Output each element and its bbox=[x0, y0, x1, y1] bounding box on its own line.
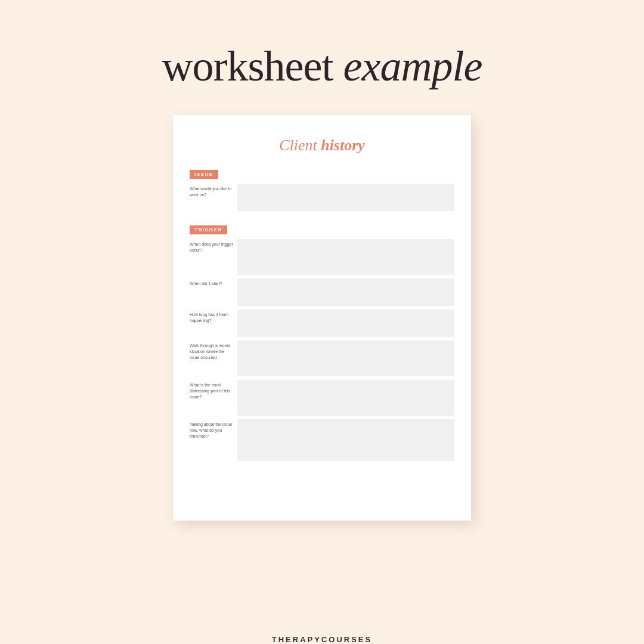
answer-box bbox=[237, 309, 454, 337]
issue-section: ISSUE What would you like to work on? bbox=[190, 168, 454, 215]
title-part1: worksheet bbox=[162, 42, 333, 90]
answer-box bbox=[237, 340, 454, 376]
question-label: When did it start? bbox=[190, 278, 237, 306]
issue-badge: ISSUE bbox=[190, 170, 218, 179]
question-label: When does your trigger occur? bbox=[190, 239, 237, 275]
question-row: Talking about the issue now, what do you… bbox=[190, 419, 454, 461]
trigger-badge: TRIGGER bbox=[190, 225, 227, 234]
question-row: Walk through a recent situation where th… bbox=[190, 340, 454, 376]
page-title: worksheet example bbox=[162, 42, 482, 91]
trigger-section: TRIGGER When does your trigger occur? Wh… bbox=[190, 223, 454, 465]
question-label: Walk through a recent situation where th… bbox=[190, 340, 237, 376]
question-label: What would you like to work on? bbox=[190, 184, 237, 211]
brand-footer: THERAPYCOURSES bbox=[272, 618, 372, 644]
worksheet-title-history: history bbox=[321, 137, 365, 154]
question-label: How long has it been happening? bbox=[190, 309, 237, 337]
question-label: What is the most distressing part of thi… bbox=[190, 380, 237, 416]
answer-box bbox=[237, 239, 454, 275]
question-row: When does your trigger occur? bbox=[190, 239, 454, 275]
worksheet-card: Client history ISSUE What would you like… bbox=[173, 115, 471, 521]
question-row: When did it start? bbox=[190, 278, 454, 306]
question-row: What is the most distressing part of thi… bbox=[190, 380, 454, 416]
title-part2: example bbox=[343, 42, 482, 90]
question-row: How long has it been happening? bbox=[190, 309, 454, 337]
answer-box bbox=[237, 419, 454, 461]
brand-name: THERAPYCOURSES bbox=[272, 635, 372, 644]
worksheet-title: Client history bbox=[190, 137, 454, 154]
answer-box bbox=[237, 278, 454, 306]
answer-box bbox=[237, 184, 454, 211]
answer-box bbox=[237, 380, 454, 416]
question-label: Talking about the issue now, what do you… bbox=[190, 419, 237, 461]
worksheet-title-client: Client bbox=[279, 137, 321, 154]
question-row: What would you like to work on? bbox=[190, 184, 454, 211]
